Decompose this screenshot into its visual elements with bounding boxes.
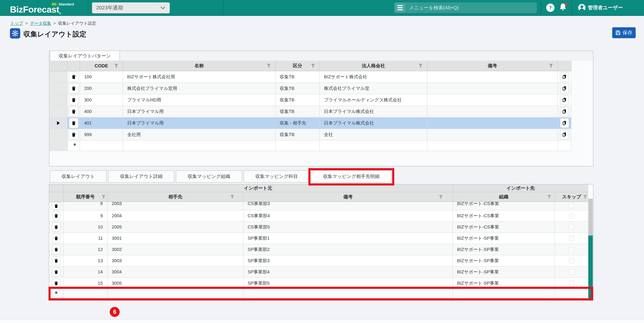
cell-remarks[interactable]: CS事業部5 xyxy=(244,222,453,233)
header-organization[interactable]: 組織 xyxy=(453,192,555,202)
skip-checkbox[interactable] xyxy=(569,269,574,275)
table-row[interactable]: 10 2005 CS事業部5 BIZサポート-CS事業 xyxy=(49,222,588,233)
table-row[interactable]: 999 全社用 収集TB 全社 xyxy=(50,129,572,141)
table-row[interactable]: 300 プライマルHD用 収集TB プライマルホールディングス株式会社 xyxy=(50,94,572,106)
skip-checkbox[interactable] xyxy=(569,258,574,264)
cell-remarks[interactable]: SP事業部4 xyxy=(244,267,453,278)
cell-name[interactable]: 日本プライマル用 xyxy=(123,106,276,117)
copy-row-button[interactable] xyxy=(560,84,569,93)
breadcrumb-link-data-collection[interactable]: データ収集 xyxy=(30,20,51,26)
search-input[interactable] xyxy=(405,5,537,10)
cell-kubun[interactable]: 収集TB xyxy=(276,71,320,82)
skip-checkbox[interactable] xyxy=(569,247,574,252)
cell-corporation[interactable]: 株式会社プライマル堂 xyxy=(320,83,427,94)
table-row-partially-scrolled[interactable]: 8 2003 CS事業部3 BIZサポート-CS事業 xyxy=(49,202,588,210)
cell-remarks[interactable]: SP事業部3 xyxy=(244,255,453,266)
cell-partner[interactable]: 3002 xyxy=(108,244,244,255)
cell-remarks[interactable]: CS事業部4 xyxy=(244,210,453,221)
delete-row-button[interactable] xyxy=(52,279,60,288)
cell-partner[interactable]: 2003 xyxy=(108,202,244,210)
cell-code[interactable]: 100 xyxy=(80,71,123,82)
cell-remarks[interactable] xyxy=(427,106,558,117)
skip-checkbox[interactable] xyxy=(569,203,574,208)
copy-row-button[interactable] xyxy=(560,72,569,82)
cell-partner[interactable]: 3004 xyxy=(108,267,244,278)
cell-order-number[interactable]: 13 xyxy=(64,255,108,266)
copy-row-button[interactable] xyxy=(560,118,569,128)
cell-kubun[interactable]: 収集 - 相手先 xyxy=(276,117,320,129)
header-code[interactable]: CODE xyxy=(80,61,123,71)
delete-row-button[interactable] xyxy=(52,211,60,221)
tab-mapping-account[interactable]: 収集マッピング科目 xyxy=(244,170,310,183)
cell-remarks[interactable]: SP事業部5 xyxy=(244,278,453,289)
row-selector-cell[interactable] xyxy=(50,83,68,94)
cell-remarks[interactable] xyxy=(427,141,558,151)
cell-order-number[interactable]: 14 xyxy=(64,267,108,278)
cell-corporation[interactable] xyxy=(320,141,427,151)
row-selector-cell[interactable] xyxy=(50,94,68,106)
table-row[interactable]: 15 3005 SP事業部5 BIZサポート-SP事業 xyxy=(49,278,588,289)
copy-row-button[interactable] xyxy=(560,107,569,116)
cell-order-number[interactable]: 10 xyxy=(64,222,108,233)
cell-organization[interactable]: BIZサポート-SP事業 xyxy=(453,244,555,255)
header-remarks[interactable]: 備考 xyxy=(244,192,453,202)
filter-icon[interactable] xyxy=(230,195,234,199)
cell-kubun[interactable]: 収集TB xyxy=(276,106,320,117)
cell-kubun[interactable]: 収集TB xyxy=(276,94,320,106)
cell-code[interactable] xyxy=(80,141,123,151)
cell-code[interactable]: 400 xyxy=(80,106,123,117)
cell-order-number[interactable]: 15 xyxy=(64,278,108,289)
cell-kubun[interactable]: 収集TB xyxy=(276,129,320,140)
table-row-selected[interactable]: 401 日本プライマル用 収集 - 相手先 日本プライマル株式会社 xyxy=(50,117,572,129)
row-selector-cell[interactable] xyxy=(50,129,68,140)
row-selector-cell[interactable] xyxy=(50,117,68,129)
cell-name[interactable]: プライマルHD用 xyxy=(123,94,276,106)
cell-partner[interactable]: 3003 xyxy=(108,255,244,266)
filter-icon[interactable] xyxy=(311,63,315,68)
cell-remarks[interactable] xyxy=(427,83,558,94)
cell-organization[interactable]: BIZサポート-CS事業 xyxy=(453,222,555,233)
filter-icon[interactable] xyxy=(549,63,553,68)
filter-icon[interactable] xyxy=(102,195,106,199)
filter-icon[interactable] xyxy=(114,63,118,68)
cell-code[interactable]: 200 xyxy=(80,83,123,94)
notifications-button[interactable] xyxy=(559,3,566,11)
cell-remarks[interactable] xyxy=(244,289,453,299)
delete-row-button[interactable] xyxy=(52,245,60,254)
delete-row-button[interactable] xyxy=(52,267,60,277)
row-selector-cell[interactable] xyxy=(50,71,68,82)
cell-order-number[interactable]: 11 xyxy=(64,233,108,244)
header-kubun[interactable]: 区分 xyxy=(276,61,320,71)
cell-remarks[interactable] xyxy=(427,129,558,140)
cell-partner[interactable]: 2004 xyxy=(108,210,244,221)
user-menu[interactable]: 管理者ユーザー xyxy=(578,0,623,15)
header-corporation[interactable]: 法人格会社 xyxy=(320,61,427,71)
cell-order-number[interactable] xyxy=(64,289,108,299)
new-row[interactable]: * xyxy=(49,289,588,299)
table-row[interactable]: 100 BIZサポート株式会社用 収集TB BIZサポート株式会社 xyxy=(50,71,572,83)
table-row[interactable]: 11 3001 SP事業部1 BIZサポート-SP事業 xyxy=(49,233,588,244)
cell-remarks[interactable] xyxy=(427,71,558,82)
table-row[interactable]: 12 3002 SP事業部2 BIZサポート-SP事業 xyxy=(49,244,588,255)
menu-icon[interactable] xyxy=(395,3,405,12)
cell-organization[interactable]: BIZサポート-SP事業 xyxy=(453,278,555,289)
cell-order-number[interactable]: 12 xyxy=(64,244,108,255)
cell-organization[interactable]: BIZサポート-SP事業 xyxy=(453,267,555,278)
header-skip[interactable]: スキップ xyxy=(555,192,588,202)
header-name[interactable]: 名称 xyxy=(123,61,276,71)
cell-name[interactable]: 全社用 xyxy=(123,129,276,140)
tab-mapping-partner-detail[interactable]: 収集マッピング相手先明細 xyxy=(311,170,392,183)
skip-checkbox[interactable] xyxy=(569,224,574,230)
cell-corporation[interactable]: BIZサポート株式会社 xyxy=(320,71,427,82)
delete-row-button[interactable] xyxy=(52,222,60,232)
delete-row-button[interactable] xyxy=(69,95,78,105)
cell-remarks[interactable] xyxy=(427,94,558,106)
table-row[interactable]: 14 3004 SP事業部4 BIZサポート-SP事業 xyxy=(49,267,588,278)
cell-corporation[interactable]: 日本プライマル株式会社 xyxy=(320,106,427,117)
header-order-number[interactable]: 順序番号 xyxy=(64,192,108,202)
table-row[interactable]: 13 3003 SP事業部3 BIZサポート-SP事業 xyxy=(49,255,588,267)
cell-corporation[interactable]: 全社 xyxy=(320,129,427,140)
table-row[interactable]: 200 株式会社プライマル堂用 収集TB 株式会社プライマル堂 xyxy=(50,83,572,94)
cell-order-number[interactable]: 9 xyxy=(64,210,108,221)
cell-kubun[interactable] xyxy=(276,141,320,151)
